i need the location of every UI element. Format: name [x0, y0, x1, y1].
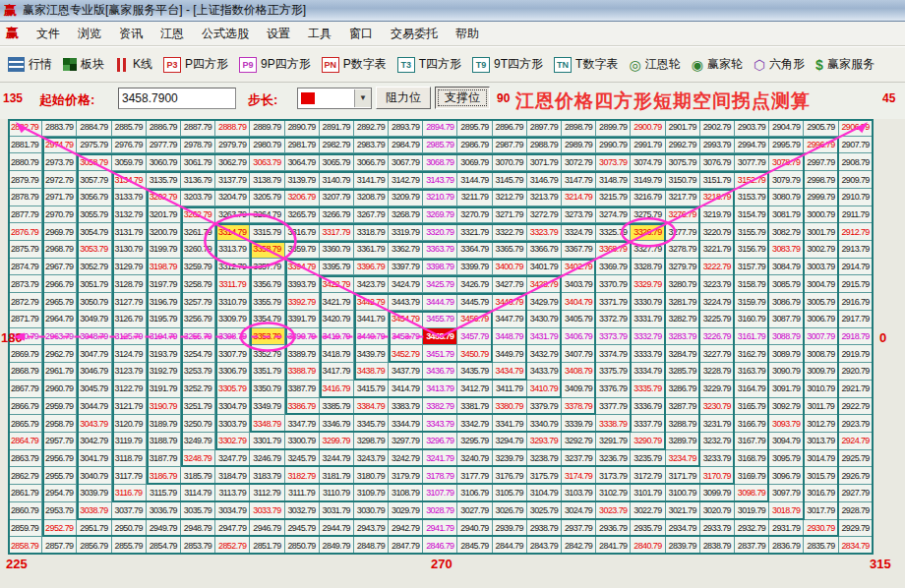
grid-cell[interactable]: 3305.79 [215, 381, 250, 398]
toolbar-button-板块[interactable]: 板块 [63, 56, 104, 73]
grid-cell[interactable]: 2848.79 [354, 537, 389, 555]
grid-cell[interactable]: 2973.79 [42, 153, 77, 171]
grid-cell[interactable]: 3397.79 [389, 259, 423, 276]
grid-cell[interactable]: 2995.79 [769, 137, 804, 154]
grid-cell[interactable]: 3419.79 [320, 328, 354, 346]
grid-cell[interactable]: 3171.79 [666, 467, 700, 485]
grid-cell[interactable]: 3430.79 [527, 311, 562, 328]
grid-cell[interactable]: 2917.79 [839, 311, 874, 328]
grid-cell[interactable]: 3379.79 [527, 398, 562, 416]
grid-cell[interactable]: 3145.79 [493, 171, 527, 189]
grid-cell[interactable]: 3085.79 [769, 275, 804, 293]
grid-cell[interactable]: 2923.79 [839, 415, 874, 433]
grid-cell[interactable]: 3429.79 [527, 293, 562, 311]
grid-cell[interactable]: 3150.79 [666, 171, 700, 189]
grid-cell[interactable]: 3069.79 [457, 153, 492, 171]
menu-item-资讯[interactable]: 资讯 [119, 26, 143, 42]
grid-cell[interactable]: 3179.79 [389, 467, 423, 485]
grid-cell[interactable]: 2991.79 [631, 137, 665, 154]
grid-cell[interactable]: 2986.79 [457, 137, 492, 154]
grid-cell[interactable]: 3222.79 [700, 259, 735, 276]
grid-cell[interactable]: 2941.79 [423, 520, 457, 538]
grid-cell[interactable]: 3291.79 [596, 433, 631, 450]
menu-item-文件[interactable]: 文件 [36, 26, 60, 42]
grid-cell[interactable]: 2978.79 [181, 137, 215, 154]
grid-cell-pivot-highlight[interactable]: 3314.79 [215, 223, 250, 241]
grid-cell[interactable]: 3424.79 [389, 275, 423, 293]
grid-cell[interactable]: 3063.79 [250, 153, 284, 171]
grid-cell[interactable]: 3125.79 [112, 328, 147, 346]
grid-cell[interactable]: 2934.79 [666, 520, 700, 538]
grid-cell[interactable]: 3216.79 [631, 189, 665, 206]
grid-cell[interactable]: 3115.79 [147, 485, 181, 502]
grid-cell[interactable]: 3127.79 [112, 293, 147, 311]
grid-cell[interactable]: 3315.79 [250, 223, 284, 241]
grid-cell[interactable]: 2920.79 [839, 363, 874, 381]
grid-cell[interactable]: 2874.79 [8, 259, 42, 276]
grid-cell[interactable]: 3368.79 [596, 241, 631, 259]
grid-cell[interactable]: 3338.79 [596, 415, 631, 433]
grid-cell[interactable]: 3081.79 [769, 206, 804, 224]
grid-cell[interactable]: 2849.79 [320, 537, 354, 555]
grid-cell[interactable]: 2959.79 [42, 398, 77, 416]
grid-cell[interactable]: 2872.79 [8, 293, 42, 311]
grid-cell[interactable]: 3453.79 [389, 328, 423, 346]
grid-cell[interactable]: 3119.79 [112, 433, 147, 450]
grid-cell[interactable]: 3121.79 [112, 398, 147, 416]
grid-cell[interactable]: 2846.79 [423, 537, 457, 555]
grid-cell[interactable]: 3325.79 [596, 223, 631, 241]
grid-cell[interactable]: 3339.79 [562, 415, 596, 433]
grid-cell[interactable]: 3106.79 [457, 485, 492, 502]
grid-cell[interactable]: 3194.79 [147, 328, 181, 346]
grid-cell[interactable]: 3272.79 [527, 206, 562, 224]
grid-cell[interactable]: 2882.79 [8, 119, 42, 137]
grid-cell[interactable]: 3019.79 [735, 502, 769, 520]
grid-cell[interactable]: 3110.79 [320, 485, 354, 502]
grid-cell[interactable]: 3211.79 [457, 189, 492, 206]
grid-cell[interactable]: 2942.79 [389, 520, 423, 538]
grid-cell[interactable]: 3320.79 [423, 223, 457, 241]
grid-cell[interactable]: 3236.79 [596, 450, 631, 468]
grid-cell[interactable]: 2895.79 [457, 119, 492, 137]
grid-cell[interactable]: 3084.79 [769, 259, 804, 276]
grid-cell[interactable]: 3337.79 [631, 415, 665, 433]
grid-cell[interactable]: 3036.79 [147, 502, 181, 520]
grid-cell[interactable]: 3282.79 [666, 311, 700, 328]
grid-cell[interactable]: 3207.79 [320, 189, 354, 206]
grid-cell[interactable]: 3124.79 [112, 345, 147, 363]
grid-cell[interactable]: 3323.79 [527, 223, 562, 241]
grid-cell[interactable]: 3105.79 [493, 485, 527, 502]
grid-cell[interactable]: 3051.79 [77, 275, 111, 293]
grid-cell[interactable]: 3245.79 [285, 450, 320, 468]
grid-cell[interactable]: 3139.79 [285, 171, 320, 189]
grid-cell[interactable]: 2844.79 [493, 537, 527, 555]
grid-cell[interactable]: 3261.79 [181, 223, 215, 241]
grid-cell[interactable]: 3425.79 [423, 275, 457, 293]
grid-cell[interactable]: 2916.79 [839, 293, 874, 311]
grid-cell[interactable]: 2898.79 [562, 119, 596, 137]
grid-cell[interactable]: 2970.79 [42, 206, 77, 224]
grid-cell[interactable]: 2836.79 [769, 537, 804, 555]
grid-cell[interactable]: 2851.79 [250, 537, 284, 555]
grid-cell[interactable]: 3290.79 [631, 433, 665, 450]
grid-cell[interactable]: 3384.79 [354, 398, 389, 416]
grid-cell[interactable]: 3404.79 [562, 293, 596, 311]
grid-cell[interactable]: 2896.79 [493, 119, 527, 137]
grid-cell[interactable]: 3408.79 [562, 363, 596, 381]
grid-cell[interactable]: 3090.79 [769, 363, 804, 381]
grid-cell[interactable]: 2982.79 [320, 137, 354, 154]
grid-cell[interactable]: 3182.79 [285, 467, 320, 485]
toolbar-button-P数字表[interactable]: PNP数字表 [322, 56, 387, 73]
grid-cell[interactable]: 3061.79 [181, 153, 215, 171]
grid-cell[interactable]: 2913.79 [839, 241, 874, 259]
grid-cell[interactable]: 3334.79 [631, 363, 665, 381]
grid-cell[interactable]: 3016.79 [804, 485, 838, 502]
grid-cell[interactable]: 2969.79 [42, 223, 77, 241]
grid-cell[interactable]: 3344.79 [389, 415, 423, 433]
grid-cell[interactable]: 3071.79 [527, 153, 562, 171]
grid-cell[interactable]: 3064.79 [285, 153, 320, 171]
grid-cell[interactable]: 3294.79 [493, 433, 527, 450]
grid-cell[interactable]: 3321.79 [457, 223, 492, 241]
grid-cell[interactable]: 3395.79 [320, 259, 354, 276]
grid-cell[interactable]: 3041.79 [77, 450, 111, 468]
